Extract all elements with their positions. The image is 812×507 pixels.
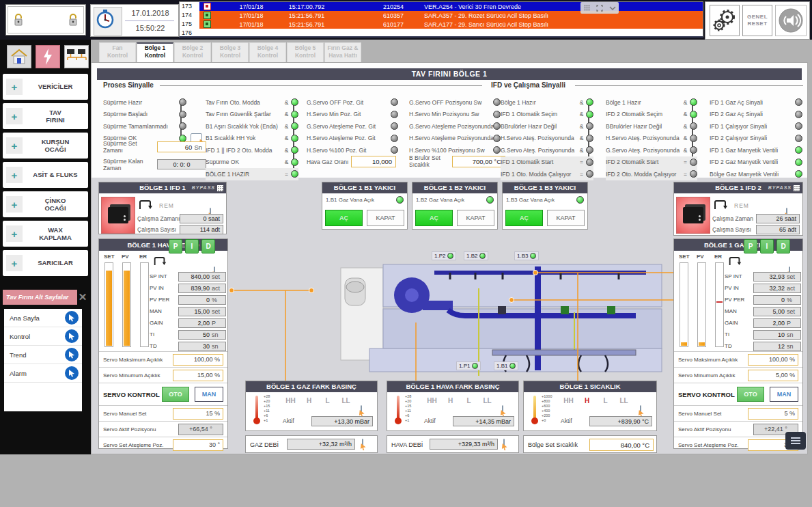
servo-setting-value[interactable]: 15,00 %: [173, 370, 223, 381]
servo-field-value[interactable]: 15,00set: [178, 307, 226, 316]
servo-setting-value[interactable]: +66,54 °: [178, 424, 223, 435]
hava-gaz-orani-input[interactable]: 10,000: [351, 156, 396, 167]
servo-field-value[interactable]: 840,00set: [178, 272, 226, 282]
plus-icon[interactable]: +: [6, 108, 23, 124]
home-button[interactable]: [7, 45, 31, 68]
settings-button[interactable]: [710, 5, 740, 36]
bypass-grid-icon[interactable]: [794, 185, 800, 191]
kapat-button[interactable]: KAPAT: [547, 210, 585, 226]
servo-setting-value[interactable]: 5,00 %: [748, 370, 798, 381]
popup-icon[interactable]: [640, 405, 641, 414]
man-button[interactable]: MAN: [770, 387, 798, 402]
servo-field-value[interactable]: 839,90act: [178, 284, 226, 293]
kapat-button[interactable]: KAPAT: [367, 210, 404, 226]
bolge-set-input[interactable]: 840,00 °C: [589, 439, 654, 451]
sidebar-menu-item[interactable]: + VERİCİLER: [3, 74, 88, 100]
network-button[interactable]: [64, 45, 89, 68]
oto-button[interactable]: OTO: [162, 387, 189, 402]
alarm-horn-button[interactable]: [775, 5, 807, 36]
brulor-set-input[interactable]: 700,00 °C: [452, 156, 505, 167]
subpage-item[interactable]: Ana Sayfa: [4, 309, 82, 327]
chevron-down-icon[interactable]: [609, 6, 616, 10]
tab[interactable]: Fırın Gaz & Hava Hattı: [324, 42, 361, 64]
sidebar-menu-item[interactable]: + ASİT & FLUKS: [3, 162, 88, 188]
ac-button[interactable]: AÇ: [415, 210, 453, 226]
plus-icon[interactable]: +: [6, 167, 23, 183]
servo-field-value[interactable]: 2,00P: [753, 318, 801, 328]
loop-icon[interactable]: [152, 256, 167, 267]
sidebar-menu-item[interactable]: + TAV FIRINI: [3, 103, 88, 129]
tab[interactable]: Bölge 3 Kontrol: [212, 42, 249, 64]
tab[interactable]: Fan Kontrol: [99, 42, 136, 64]
supurme-set-input[interactable]: 60Sn: [157, 141, 206, 152]
ac-button[interactable]: AÇ: [505, 210, 543, 226]
pid-button[interactable]: D: [776, 239, 790, 254]
servo-field-value[interactable]: 50sn: [178, 330, 226, 340]
close-icon[interactable]: ✕: [76, 290, 89, 305]
loop-icon[interactable]: [727, 256, 742, 267]
bypass-grid-icon[interactable]: [217, 185, 223, 191]
servo-field-value[interactable]: 32,93set: [753, 272, 801, 282]
popup-icon[interactable]: [361, 405, 362, 414]
loop-icon[interactable]: [137, 199, 154, 211]
pid-button[interactable]: I: [760, 239, 774, 254]
tab[interactable]: Bölge 2 Kontrol: [174, 42, 211, 64]
pid-button[interactable]: P: [744, 239, 757, 254]
servo-setting-value[interactable]: 100,00 %: [173, 354, 223, 366]
tab[interactable]: Bölge 1 Kontrol: [137, 42, 173, 64]
popup-icon[interactable]: [362, 439, 363, 448]
navigate-hand-icon[interactable]: [65, 329, 79, 343]
plus-icon[interactable]: +: [6, 255, 23, 271]
servo-setting-value[interactable]: 15 %: [173, 408, 223, 420]
lock-icon[interactable]: [68, 13, 79, 27]
alarm-row[interactable]: 175 17/01/18 15:21:56.791 610177 SAR.A17…: [180, 20, 703, 29]
servo-field-value[interactable]: 10sn: [753, 330, 801, 340]
navigate-hand-icon[interactable]: [65, 366, 79, 380]
popup-icon[interactable]: [502, 405, 503, 414]
tab[interactable]: Bölge 4 Kontrol: [249, 42, 286, 64]
oto-button[interactable]: OTO: [737, 387, 764, 402]
sidebar-menu-item[interactable]: + SARICILAR: [3, 250, 88, 276]
pid-button[interactable]: I: [185, 239, 199, 254]
plus-icon[interactable]: +: [6, 196, 23, 213]
floating-widget[interactable]: [785, 432, 806, 450]
popup-icon[interactable]: [503, 439, 505, 448]
alarm-row[interactable]: 173 17/01/18 15:17:00.792 210254 VER.A25…: [180, 2, 703, 11]
alarm-list[interactable]: 173 17/01/18 15:17:00.792 210254 VER.A25…: [179, 1, 703, 38]
servo-field-value[interactable]: 30sn: [178, 342, 226, 351]
lock-icon[interactable]: [13, 13, 24, 27]
subpage-item[interactable]: Kontrol: [4, 327, 82, 346]
servo-field-value[interactable]: 0%: [753, 295, 801, 305]
servo-setting-value[interactable]: 5 %: [748, 408, 798, 420]
servo-field-value[interactable]: 0%: [178, 295, 226, 305]
subpage-item[interactable]: Trend: [4, 346, 82, 364]
sidebar-menu-item[interactable]: + KURŞUN OCAĞI: [3, 133, 88, 159]
expand-icon[interactable]: [596, 5, 603, 12]
servo-field-value[interactable]: 5,00set: [753, 307, 801, 316]
man-button[interactable]: MAN: [195, 387, 223, 402]
tab[interactable]: Bölge 5 Kontrol: [287, 42, 324, 64]
navigate-hand-icon[interactable]: [65, 311, 79, 325]
genel-reset-button[interactable]: GENEL RESET: [742, 5, 772, 36]
loop-icon[interactable]: [712, 199, 729, 211]
clock-button[interactable]: [94, 7, 122, 36]
plus-icon[interactable]: +: [6, 225, 23, 242]
alarm-row[interactable]: 174 17/01/18 15:21:56.791 610357 SAR.A35…: [180, 11, 703, 20]
servo-field-value[interactable]: 32,32act: [753, 284, 801, 293]
plus-icon[interactable]: +: [6, 137, 23, 154]
alarm-row[interactable]: 176: [180, 29, 703, 38]
servo-field-value[interactable]: 2,00P: [178, 318, 226, 328]
subpage-item[interactable]: Alarm: [4, 364, 82, 383]
servo-field-value[interactable]: 12sn: [753, 342, 801, 351]
servo-setting-value[interactable]: 30 °: [173, 439, 223, 451]
power-button[interactable]: [36, 45, 60, 68]
plus-icon[interactable]: +: [6, 79, 23, 95]
pid-button[interactable]: D: [201, 239, 215, 254]
sidebar-menu-item[interactable]: + WAX KAPLAMA: [3, 221, 88, 247]
navigate-hand-icon[interactable]: [65, 348, 79, 361]
pid-button[interactable]: P: [169, 239, 182, 254]
grid-icon[interactable]: [584, 5, 590, 11]
ac-button[interactable]: AÇ: [325, 210, 363, 226]
kapat-button[interactable]: KAPAT: [457, 210, 494, 226]
sidebar-menu-item[interactable]: + ÇİNKO OCAĞI: [3, 191, 88, 217]
